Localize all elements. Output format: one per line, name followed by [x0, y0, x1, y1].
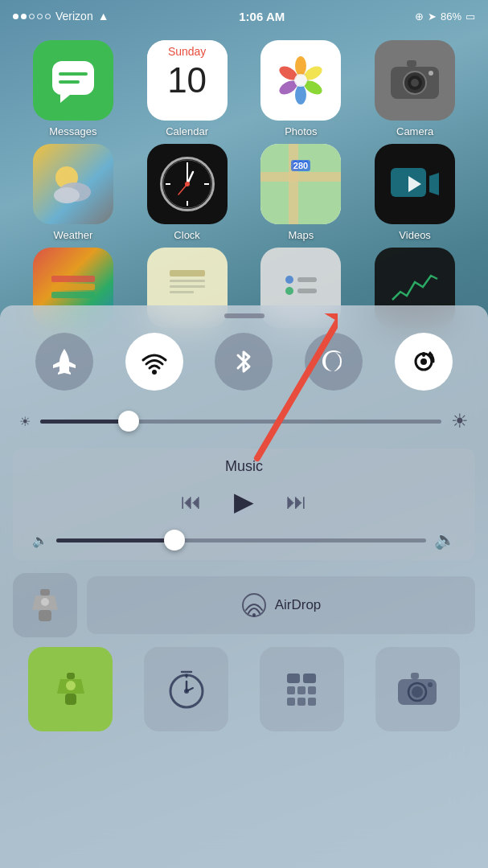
timer-button[interactable] — [144, 647, 228, 731]
svg-rect-41 — [51, 292, 95, 298]
svg-point-61 — [252, 613, 256, 616]
status-left: Verizon ▲ — [13, 10, 109, 23]
play-button[interactable]: ▶ — [234, 486, 254, 517]
svg-rect-76 — [297, 686, 306, 694]
svg-text:280: 280 — [293, 161, 308, 170]
signal-dot-2 — [21, 14, 27, 19]
svg-rect-56 — [40, 589, 50, 596]
bluetooth-toggle[interactable] — [215, 333, 273, 391]
svg-rect-75 — [287, 686, 295, 694]
brightness-low-icon: ☀ — [19, 414, 31, 429]
svg-point-15 — [411, 79, 419, 87]
camera-quick-button[interactable] — [375, 647, 460, 731]
camera-icon — [375, 40, 455, 121]
volume-high-icon: 🔊 — [434, 530, 456, 551]
svg-point-59 — [41, 598, 49, 606]
svg-rect-0 — [52, 61, 94, 95]
signal-dots — [13, 14, 51, 19]
photos-label: Photos — [285, 125, 317, 137]
svg-marker-37 — [429, 173, 439, 195]
airdrop-button[interactable]: AirDrop — [87, 576, 475, 634]
svg-rect-2 — [59, 72, 88, 76]
wifi-status-icon: ▲ — [98, 10, 109, 23]
svg-rect-3 — [59, 80, 80, 84]
music-title: Music — [29, 458, 459, 475]
flashlight-button[interactable] — [28, 647, 113, 731]
photos-icon — [260, 40, 341, 121]
wifi-toggle[interactable] — [125, 333, 183, 391]
svg-rect-42 — [170, 270, 205, 276]
camera-label: Camera — [396, 125, 433, 137]
app-calendar[interactable]: Sunday 10 Calendar — [130, 40, 244, 137]
brightness-fill — [40, 420, 129, 424]
svg-rect-74 — [303, 674, 316, 683]
svg-rect-48 — [297, 277, 317, 282]
status-bar: Verizon ▲ 1:06 AM ⊕ ➤ 86% ▭ — [0, 0, 488, 32]
rewind-button[interactable]: ⏮ — [181, 489, 202, 514]
app-videos[interactable]: Videos — [358, 144, 472, 241]
signal-dot-1 — [13, 14, 18, 19]
rotation-lock-toggle[interactable] — [395, 333, 453, 391]
app-messages[interactable]: Messages — [16, 40, 130, 137]
airplane-mode-toggle[interactable] — [35, 333, 93, 391]
videos-icon — [375, 144, 455, 224]
weather-icon — [33, 144, 113, 224]
svg-point-8 — [295, 85, 306, 104]
clock-icon — [147, 144, 228, 224]
svg-point-71 — [184, 689, 189, 694]
status-time: 1:06 AM — [239, 10, 285, 23]
calendar-icon: Sunday 10 — [147, 40, 228, 121]
messages-icon — [33, 40, 113, 121]
control-center: ☀ ☀ Music ⏮ ▶ ⏭ 🔈 🔊 — [0, 305, 488, 868]
svg-point-11 — [294, 74, 307, 87]
clock-label: Clock — [174, 229, 200, 241]
calculator-button[interactable] — [260, 647, 344, 731]
weather-label: Weather — [53, 229, 92, 241]
music-section: Music ⏮ ▶ ⏭ 🔈 🔊 — [13, 448, 475, 560]
svg-point-20 — [54, 187, 80, 203]
volume-track[interactable] — [56, 538, 426, 542]
brightness-thumb[interactable] — [118, 411, 139, 432]
arrow-icon: ➤ — [428, 10, 437, 23]
cc-bottom-row: AirDrop — [0, 573, 488, 637]
volume-thumb[interactable] — [164, 530, 185, 551]
status-right: ⊕ ➤ 86% ▭ — [415, 10, 475, 23]
svg-rect-55 — [422, 352, 425, 357]
flashlight-large-button[interactable] — [13, 573, 77, 637]
svg-point-54 — [420, 358, 427, 365]
svg-point-83 — [412, 686, 423, 698]
svg-rect-73 — [287, 674, 300, 683]
brightness-slider-row: ☀ ☀ — [0, 410, 488, 432]
svg-marker-53 — [427, 351, 433, 355]
svg-rect-77 — [308, 686, 316, 694]
app-maps[interactable]: 280 280 Maps — [244, 144, 359, 241]
svg-point-47 — [285, 287, 293, 295]
svg-rect-78 — [287, 698, 295, 706]
do-not-disturb-toggle[interactable] — [305, 333, 363, 391]
app-weather[interactable]: Weather — [16, 144, 130, 241]
svg-point-65 — [66, 681, 76, 690]
svg-rect-45 — [170, 291, 194, 293]
svg-point-46 — [285, 276, 293, 284]
app-clock[interactable]: Clock — [130, 144, 244, 241]
svg-rect-39 — [51, 276, 95, 282]
volume-slider-row: 🔈 🔊 — [29, 530, 459, 551]
airdrop-label: AirDrop — [275, 597, 322, 613]
clock-face — [160, 157, 215, 211]
maps-icon: 280 280 — [260, 144, 341, 224]
fast-forward-button[interactable]: ⏭ — [286, 489, 307, 514]
brightness-track[interactable] — [40, 420, 441, 424]
videos-label: Videos — [399, 229, 431, 241]
svg-rect-49 — [297, 289, 317, 293]
svg-rect-80 — [308, 698, 316, 706]
svg-point-29 — [185, 182, 190, 186]
app-photos[interactable]: Photos — [244, 40, 359, 137]
svg-rect-30 — [260, 144, 341, 224]
svg-rect-44 — [170, 285, 205, 288]
svg-rect-64 — [65, 694, 76, 705]
cc-handle — [224, 313, 265, 318]
app-camera[interactable]: Camera — [358, 40, 472, 137]
signal-dot-5 — [45, 14, 51, 19]
signal-dot-4 — [37, 14, 43, 19]
battery-percent: 86% — [441, 10, 461, 23]
